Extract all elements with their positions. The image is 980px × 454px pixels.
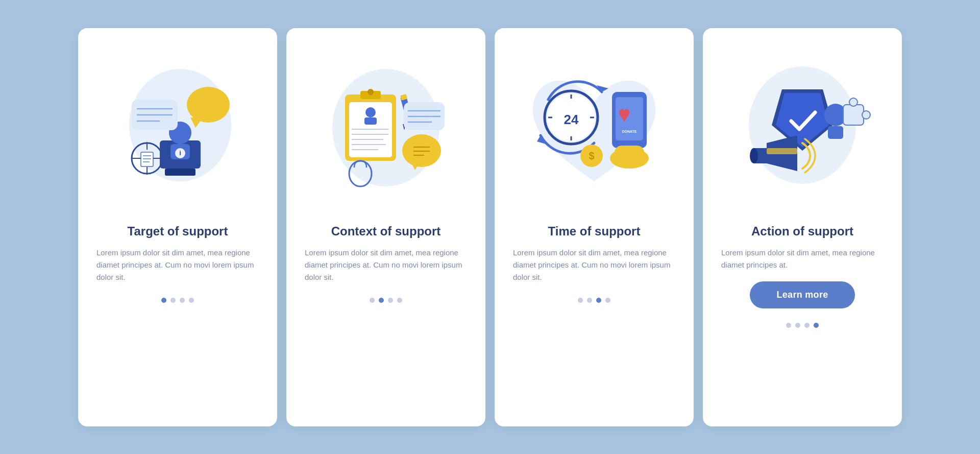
svg-point-67 [849,98,857,106]
svg-rect-60 [615,146,644,160]
dot-2-3 [388,298,393,303]
svg-text:24: 24 [564,112,579,127]
card-4-content: Action of support Lorem ipsum dolor sit … [703,212,902,411]
svg-rect-65 [828,126,843,139]
card-4-text: Lorem ipsum dolor sit dim amet, mea regi… [721,247,884,271]
dot-4-1 [786,323,791,328]
card-context: Context of support Lorem ipsum dolor sit… [286,28,485,426]
dot-3-4 [605,298,610,303]
card-1-dots [96,298,259,303]
card-3-title: Time of support [513,224,675,238]
card-2-content: Context of support Lorem ipsum dolor sit… [286,212,485,411]
card-1-illustration: i [78,28,277,212]
card-3-content: Time of support Lorem ipsum dolor sit di… [495,212,694,411]
dot-1-4 [189,298,194,303]
svg-text:i: i [179,149,181,157]
svg-rect-2 [165,169,195,176]
card-4-illustration [703,28,902,212]
dot-1-2 [170,298,176,303]
card-2-illustration [286,28,485,212]
card-target: i Targ [78,28,277,426]
card-3-dots [513,298,675,303]
card-2-title: Context of support [305,224,467,238]
card-2-text: Lorem ipsum dolor sit dim amet, mea regi… [305,247,467,283]
svg-point-20 [187,87,230,123]
card-3-text: Lorem ipsum dolor sit dim amet, mea regi… [513,247,675,283]
dot-2-1 [370,298,375,303]
dot-1-1 [161,298,166,303]
svg-text:$: $ [589,150,594,161]
card-3-illustration: 24 DONATE [495,28,694,212]
dot-4-4 [814,323,819,328]
dot-3-1 [578,298,583,303]
svg-point-27 [365,107,376,117]
svg-point-26 [368,89,374,95]
svg-rect-70 [767,148,797,154]
learn-more-button[interactable]: Learn more [750,281,854,308]
svg-text:DONATE: DONATE [622,130,636,133]
dot-2-2 [379,298,384,303]
dot-3-2 [587,298,592,303]
card-time: 24 DONATE [495,28,694,426]
card-1-text: Lorem ipsum dolor sit dim amet, mea regi… [96,247,259,283]
card-1-title: Target of support [96,224,259,238]
dot-2-4 [397,298,402,303]
svg-rect-57 [616,97,643,140]
cards-container: i Targ [58,8,922,447]
svg-point-69 [750,148,758,163]
dot-3-3 [596,298,601,303]
card-4-title: Action of support [721,224,884,238]
svg-rect-28 [364,117,377,125]
svg-point-68 [862,111,870,119]
svg-rect-66 [843,105,864,125]
card-2-dots [305,298,467,303]
card-action: Action of support Lorem ipsum dolor sit … [703,28,902,426]
card-4-dots [721,323,884,328]
card-1-content: Target of support Lorem ipsum dolor sit … [78,212,277,411]
dot-4-3 [804,323,810,328]
dot-4-2 [795,323,800,328]
dot-1-3 [180,298,185,303]
